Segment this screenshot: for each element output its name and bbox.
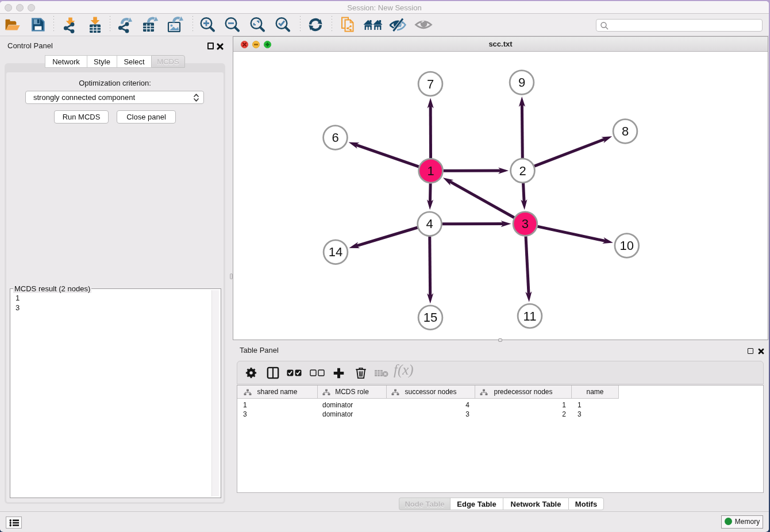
- svg-text:2: 2: [519, 164, 526, 178]
- svg-text:7: 7: [427, 77, 434, 91]
- svg-text:9: 9: [518, 75, 525, 90]
- svg-text:10: 10: [620, 238, 634, 253]
- svg-text:6: 6: [332, 130, 338, 145]
- svg-text:1: 1: [427, 164, 434, 178]
- svg-text:3: 3: [522, 217, 529, 231]
- svg-text:14: 14: [329, 245, 342, 259]
- svg-text:11: 11: [523, 309, 537, 323]
- svg-text:8: 8: [622, 124, 629, 138]
- svg-text:4: 4: [426, 217, 433, 231]
- svg-text:15: 15: [424, 310, 437, 325]
